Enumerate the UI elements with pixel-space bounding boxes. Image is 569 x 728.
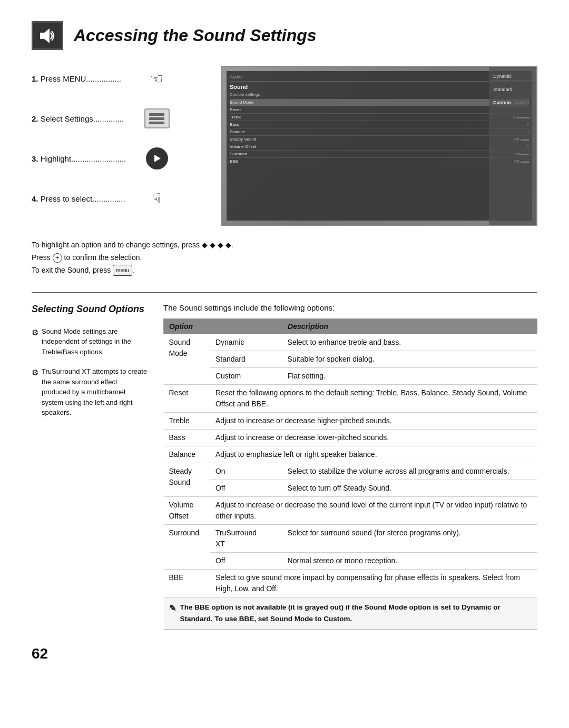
tv-menu-row-balance: Balance0 xyxy=(230,128,529,136)
desc-balance: Adjust to emphasize left or right speake… xyxy=(210,446,537,463)
tv-sidebar-dynamic: Dynamic xyxy=(492,72,534,81)
tv-menu-row-treble: Treble0 ▬▬▬ xyxy=(230,114,529,121)
sub-trusurround: TruSurroundXT xyxy=(210,525,282,553)
tv-menu-row-steady: Steady SoundOff ▬▬ xyxy=(230,136,529,143)
step-1: 1. Press MENU................ ☞ xyxy=(32,66,211,91)
instruction-3: To exit the Sound, press menu. xyxy=(32,264,537,277)
tv-sidebar-custom: Custom xyxy=(492,98,534,107)
sidebar-note-1: ⚙ Sound Mode settings are independent of… xyxy=(32,326,148,357)
step-3-icon xyxy=(142,146,171,171)
page-header: Accessing the Sound Settings xyxy=(32,21,537,50)
table-row: SoundMode Dynamic Select to enhance treb… xyxy=(164,334,537,351)
desc-bass: Adjust to increase or decrease lower-pit… xyxy=(210,430,537,446)
sub-dynamic: Dynamic xyxy=(210,334,282,351)
step-3: 3. Highlight......................... xyxy=(32,146,211,171)
table-row: SteadySound On Select to stabilize the v… xyxy=(164,463,537,480)
tv-menu-row-soundmode: Sound ModeCustom xyxy=(230,99,529,106)
lower-section: Selecting Sound Options ⚙ Sound Mode set… xyxy=(32,303,537,629)
confirm-button-icon: + xyxy=(53,253,62,263)
instruction-2: Press + to confirm the selection. xyxy=(32,252,537,264)
instructions: To highlight an option and to change set… xyxy=(32,239,537,276)
menu-key-icon: menu xyxy=(113,265,132,276)
table-row: Balance Adjust to emphasize left or righ… xyxy=(164,446,537,463)
intro-text: The Sound settings include the following… xyxy=(163,303,537,312)
option-reset: Reset xyxy=(164,385,210,413)
svg-marker-1 xyxy=(44,28,50,43)
table-row: Bass Adjust to increase or decrease lowe… xyxy=(164,430,537,446)
step-3-text: 3. Highlight......................... xyxy=(32,154,137,163)
sub-surround-off: Off xyxy=(210,553,282,570)
desc-dynamic: Select to enhance treble and bass. xyxy=(282,334,537,351)
hand-select-icon: ☟ xyxy=(153,191,161,207)
sub-custom: Custom xyxy=(210,368,282,385)
speaker-icon xyxy=(39,27,56,44)
table-row: Reset Reset the following options to the… xyxy=(164,385,537,413)
tv-sidebar-standard: Standard xyxy=(492,85,534,94)
sub-steady-off: Off xyxy=(210,480,282,497)
table-header: Option Description xyxy=(164,319,537,334)
desc-surround-off: Normal stereo or mono reception. xyxy=(282,553,537,570)
step-2-icon xyxy=(142,106,171,131)
gear-icon-2: ⚙ xyxy=(32,367,38,379)
sound-settings-icon xyxy=(32,21,63,50)
table-body: SoundMode Dynamic Select to enhance treb… xyxy=(164,334,537,629)
desc-steady-off: Select to turn off Steady Sound. xyxy=(282,480,537,497)
note-box: ✎ The BBE option is not available (it is… xyxy=(169,602,532,624)
play-icon xyxy=(151,153,163,164)
col-sub xyxy=(210,319,282,334)
table-row: VolumeOffset Adjust to increase or decre… xyxy=(164,497,537,525)
section-divider xyxy=(32,292,537,293)
option-sound-mode: SoundMode xyxy=(164,334,210,385)
col-option: Option xyxy=(164,319,210,334)
step-4-text: 4. Press to select............... xyxy=(32,194,137,203)
step-1-text: 1. Press MENU................ xyxy=(32,74,137,83)
step-4: 4. Press to select............... ☟ xyxy=(32,186,211,211)
step-1-icon: ☞ xyxy=(142,66,171,91)
tv-menu-row-bass: Bass0 xyxy=(230,121,529,128)
tv-menu-title: Sound xyxy=(230,84,529,90)
main-content: The Sound settings include the following… xyxy=(163,303,537,629)
sub-standard: Standard xyxy=(210,351,282,368)
desc-steady-on: Select to stabilize the volume across al… xyxy=(282,463,537,480)
gear-icon-1: ⚙ xyxy=(32,327,38,339)
tv-menu-row-reset: Reset xyxy=(230,106,529,114)
sidebar-note-1-text: Sound Mode settings are independent of s… xyxy=(42,326,148,357)
table-row: BBE Select to give sound more impact by … xyxy=(164,570,537,597)
highlight-icon xyxy=(146,147,168,169)
tv-sidebar: Dynamic Standard Custom xyxy=(489,67,536,225)
sidebar-note-2: ⚙ TruSurround XT attempts to create the … xyxy=(32,366,148,418)
desc-standard: Suitable for spoken dialog. xyxy=(282,351,537,368)
note-cell: ✎ The BBE option is not available (it is… xyxy=(164,597,537,629)
tv-menu-row-volume: Volume Offset0 xyxy=(230,143,529,151)
tv-menu-sim: Audio Sound Custom settings Sound ModeCu… xyxy=(227,71,532,221)
desc-reset: Reset the following options to the defau… xyxy=(210,385,537,413)
option-treble: Treble xyxy=(164,413,210,430)
col-description: Description xyxy=(282,319,537,334)
option-surround: Surround xyxy=(164,525,210,570)
options-table: Option Description SoundMode Dynamic Sel… xyxy=(163,318,537,629)
sidebar-title: Selecting Sound Options xyxy=(32,303,148,315)
tv-menu-row-surround: SurroundOff▬▬ xyxy=(230,151,529,158)
table-row: Standard Suitable for spoken dialog. xyxy=(164,351,537,368)
option-bbe: BBE xyxy=(164,570,210,597)
settings-icon xyxy=(144,108,170,128)
desc-treble: Adjust to increase or decrease higher-pi… xyxy=(210,413,537,430)
svg-rect-0 xyxy=(40,33,44,39)
table-row: Surround TruSurroundXT Select for surrou… xyxy=(164,525,537,553)
svg-marker-2 xyxy=(154,155,161,162)
table-row: Custom Flat setting. xyxy=(164,368,537,385)
pencil-icon: ✎ xyxy=(169,602,176,615)
sub-steady-on: On xyxy=(210,463,282,480)
desc-volume-offset: Adjust to increase or decrease the sound… xyxy=(210,497,537,525)
table-row: Off Normal stereo or mono reception. xyxy=(164,553,537,570)
tv-menu-row-bbe: BBEOff ▬▬ xyxy=(230,158,529,165)
instruction-1: To highlight an option and to change set… xyxy=(32,239,537,252)
page-number: 62 xyxy=(32,645,537,662)
table-row: Off Select to turn off Steady Sound. xyxy=(164,480,537,497)
hand-menu-icon: ☞ xyxy=(150,70,163,87)
note-text: The BBE option is not available (it is g… xyxy=(180,602,532,624)
table-row: Treble Adjust to increase or decrease hi… xyxy=(164,413,537,430)
tv-screen: Audio Sound Custom settings Sound ModeCu… xyxy=(221,66,537,226)
desc-bbe: Select to give sound more impact by comp… xyxy=(210,570,537,597)
sidebar-section: Selecting Sound Options ⚙ Sound Mode set… xyxy=(32,303,148,629)
